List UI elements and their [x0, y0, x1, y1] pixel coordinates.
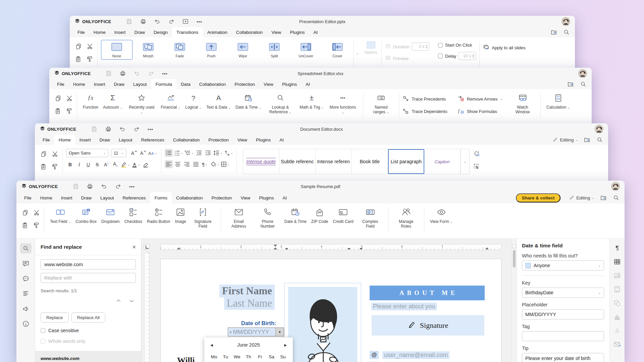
image-button[interactable]: Image: [172, 206, 188, 225]
zip-code-button[interactable]: ZIPZIP Code: [309, 206, 330, 225]
comments-icon[interactable]: [20, 258, 32, 268]
shape-settings-icon[interactable]: [613, 299, 622, 307]
first-name-field[interactable]: First Name: [219, 285, 275, 297]
dec-indent-button[interactable]: [195, 149, 203, 157]
replace-all-button[interactable]: Replace All: [71, 312, 106, 322]
tab-collaboration[interactable]: Collaboration: [169, 135, 204, 145]
email-address-button[interactable]: Email Address: [224, 206, 253, 229]
tab-plugins[interactable]: Plugins: [285, 27, 309, 37]
tab-insert[interactable]: Insert: [75, 135, 95, 145]
undo-icon[interactable]: [133, 70, 141, 77]
signature-field-button[interactable]: Signature Field: [189, 206, 217, 229]
tab-draw[interactable]: Draw: [130, 27, 150, 37]
cut-icon[interactable]: [51, 149, 59, 158]
text-data-button[interactable]: AText & Data ⌄: [204, 92, 233, 110]
trace-precedents-button[interactable]: Trace Precedents: [402, 95, 447, 103]
copy-icon[interactable]: [54, 94, 62, 103]
style-intense-referen[interactable]: Intense referen: [316, 149, 352, 174]
paste-icon[interactable]: [54, 107, 62, 115]
tab-layout[interactable]: Layout: [114, 135, 137, 145]
duration-spinner[interactable]: 2 s: [412, 43, 429, 51]
tab-collaboration[interactable]: Collaboration: [195, 79, 230, 89]
print-icon[interactable]: [119, 70, 126, 77]
apply-to-all-slides-button[interactable]: Apply to all slides: [483, 44, 525, 52]
align-center-button[interactable]: [174, 160, 182, 168]
tab-home[interactable]: Home: [54, 135, 75, 145]
manage-roles-button[interactable]: Manage Roles: [392, 206, 421, 229]
open-file-location-icon[interactable]: [583, 136, 591, 143]
scrollbar-button[interactable]: [512, 244, 516, 248]
numbering-button[interactable]: 123⌄: [174, 149, 183, 157]
avatar[interactable]: [578, 69, 587, 78]
placeholder-input[interactable]: [522, 309, 604, 319]
tab-layout[interactable]: Layout: [96, 192, 118, 203]
about-icon[interactable]: [20, 319, 32, 329]
tab-collaboration[interactable]: Collaboration: [232, 27, 267, 37]
right-indent-marker[interactable]: [485, 247, 489, 249]
transition-wipe[interactable]: Wipe: [227, 40, 259, 60]
cut-icon[interactable]: [86, 42, 94, 51]
start-on-click-checkbox[interactable]: Start On Click: [438, 43, 476, 48]
borders-button[interactable]: ⌄: [220, 160, 230, 168]
replace-button[interactable]: Replace: [41, 312, 69, 322]
tab-plugins[interactable]: Plugins: [278, 79, 301, 89]
paragraph-settings-icon[interactable]: ¶: [613, 244, 622, 252]
find-input[interactable]: [41, 259, 136, 269]
select-tool-icon[interactable]: [473, 163, 480, 171]
search-icon[interactable]: [580, 80, 587, 88]
font-name-select[interactable]: Open Sans ⌄: [66, 149, 108, 157]
font-color-button[interactable]: A⌄: [131, 161, 141, 169]
spinner-arrows[interactable]: [426, 45, 428, 49]
bullets-button[interactable]: [165, 149, 173, 157]
first-line-indent-marker[interactable]: [274, 245, 277, 247]
next-month-icon[interactable]: ▶: [284, 343, 287, 347]
next-result-icon[interactable]: [129, 298, 135, 305]
photo-frame[interactable]: [284, 283, 361, 362]
tab-view[interactable]: View: [236, 192, 255, 203]
tab-ai[interactable]: AI: [301, 79, 314, 89]
tab-ai[interactable]: AI: [309, 27, 322, 37]
print-icon[interactable]: [140, 18, 147, 25]
italic-button[interactable]: I: [75, 161, 83, 169]
format-painter-icon[interactable]: [33, 221, 41, 230]
scrollbar-thumb[interactable]: [513, 250, 516, 267]
redo-icon[interactable]: [147, 70, 155, 77]
copy-icon[interactable]: [40, 149, 48, 158]
multilevel-button[interactable]: ⌄: [184, 149, 194, 157]
combo-box-button[interactable]: Combo Box: [73, 206, 99, 225]
font-size-select[interactable]: 11 ⌄: [111, 149, 126, 157]
checkbox-button[interactable]: Checkbox: [122, 206, 145, 225]
align-justify-button[interactable]: [192, 160, 200, 168]
recently-used-button[interactable]: Recently used ⌄: [125, 92, 158, 115]
style-subtle-referenc[interactable]: Subtle referenc: [279, 149, 316, 174]
dropdown-button[interactable]: Dropdown: [99, 206, 122, 225]
date-dropdown-button[interactable]: ▼: [275, 328, 284, 336]
save-icon[interactable]: [125, 18, 133, 25]
style-list-paragraph[interactable]: List paragraph: [388, 149, 424, 174]
redo-icon[interactable]: [133, 125, 140, 133]
avatar[interactable]: [611, 182, 620, 191]
search-result-item[interactable]: www.website.com: [35, 352, 141, 361]
tab-file[interactable]: File: [38, 135, 54, 145]
print-icon[interactable]: [86, 183, 94, 190]
style-caption[interactable]: Caption: [424, 149, 461, 174]
tab-insert[interactable]: Insert: [110, 27, 130, 37]
tab-view[interactable]: View: [233, 135, 252, 145]
save-icon[interactable]: [105, 70, 112, 77]
lookup-reference-button[interactable]: Lookup & Reference ⌄: [264, 92, 297, 115]
tab-stop-marker[interactable]: [285, 248, 288, 249]
tab-protection[interactable]: Protection: [207, 192, 236, 203]
styles-gallery-expand[interactable]: ⌄: [461, 149, 469, 174]
editing-mode-dropdown[interactable]: Editing ⌄: [569, 195, 594, 201]
tip-input[interactable]: Please enter your date of birth: [522, 353, 604, 362]
phone-number-button[interactable]: Phone Number: [253, 206, 282, 229]
tab-home[interactable]: Home: [89, 27, 110, 37]
redo-icon[interactable]: [168, 18, 175, 25]
key-select[interactable]: BirthdayDate ⌄: [522, 288, 604, 298]
whole-words-checkbox[interactable]: Whole words only: [41, 339, 136, 344]
watch-window-button[interactable]: Watch Window: [508, 92, 537, 115]
avatar[interactable]: [561, 17, 570, 26]
tab-ai[interactable]: AI: [275, 135, 288, 145]
tab-insert[interactable]: Insert: [90, 79, 110, 89]
math-trig-button[interactable]: ±Math & Trig ⌄: [297, 92, 326, 110]
